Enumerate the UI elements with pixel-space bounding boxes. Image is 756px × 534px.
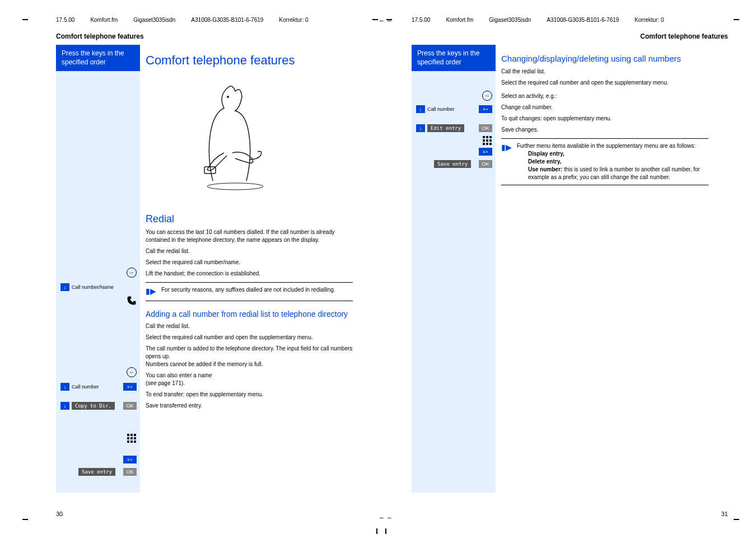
menu-icon: ≡+ [123, 383, 137, 391]
meta-product: Gigaset3035isdn [133, 17, 175, 23]
changing-note: ▮▶ Further menu items available in the s… [501, 138, 708, 185]
svg-rect-18 [483, 143, 485, 145]
svg-rect-5 [134, 437, 136, 439]
call-number-label: Call number [72, 384, 99, 390]
svg-rect-17 [489, 139, 492, 142]
header-meta-right: 17.5.00 Komfort.fm Gigaset3035isdn A3100… [412, 17, 664, 23]
section-title-right: Comfort telephone features [640, 32, 728, 40]
changing-heading: Changing/displaying/deleting using call … [501, 53, 708, 64]
save-entry-label: Save entry [434, 160, 471, 168]
changing-step6: Save changes. [501, 126, 708, 134]
svg-rect-19 [486, 143, 488, 145]
left-page: 17.5.00 Komfort.fm Gigaset3035isdn A3100… [0, 0, 378, 534]
menu-icon: ≡+ [479, 105, 492, 113]
svg-rect-3 [127, 437, 129, 439]
redial-icon: ↔ [127, 367, 137, 377]
down-arrow-icon: ↓ [60, 402, 69, 410]
handset-icon [127, 296, 137, 306]
redial-intro: You can access the last 10 call numbers … [146, 228, 353, 244]
changing-step3: Select an activity, e.g.: [501, 92, 708, 100]
section-title-left: Comfort telephone features [56, 32, 144, 40]
meta-code: A31008-G3035-B101-6-7619 [191, 17, 263, 23]
svg-rect-6 [127, 441, 129, 443]
svg-rect-20 [489, 143, 492, 145]
down-arrow-icon: ↓ [416, 124, 425, 132]
adding-step1: Call the redial list. [146, 322, 353, 330]
ok-icon: OK [479, 124, 492, 132]
note-use-bold: Use number: [528, 166, 562, 172]
redial-note-text: For security reasons, any suffixes diall… [161, 286, 335, 294]
svg-rect-8 [134, 441, 136, 443]
svg-rect-4 [130, 437, 133, 439]
page-title: Comfort telephone features [146, 53, 353, 68]
redial-step2: Select the required call number/name. [146, 259, 353, 266]
svg-rect-13 [486, 136, 488, 138]
changing-step1: Call the redial list. [501, 68, 708, 76]
meta-correction: Korrektur: 0 [634, 17, 664, 23]
changing-step4: Change call number. [501, 104, 708, 111]
call-number-label: Call number [427, 106, 455, 112]
right-left-column: Press the keys in the specified order ↔ … [412, 45, 496, 493]
meta-code: A31008-G3035-B101-6-7619 [547, 17, 619, 23]
press-keys-box: Press the keys in the specified order [412, 45, 496, 71]
adding-step2: Select the required call number and open… [146, 334, 353, 341]
svg-rect-0 [127, 434, 129, 436]
down-arrow-icon: ↓ [60, 383, 69, 391]
note-delete: Delete entry, [528, 158, 561, 165]
meta-date: 17.5.00 [412, 17, 430, 23]
svg-point-9 [207, 183, 263, 190]
svg-rect-1 [130, 434, 133, 436]
down-arrow-icon: ↓ [60, 283, 69, 291]
content-left: Comfort telephone features Redial You ca… [146, 53, 353, 413]
note-display: Display entry, [528, 151, 564, 157]
meta-date: 17.5.00 [56, 17, 74, 23]
ok-icon: OK [479, 160, 492, 168]
svg-rect-12 [483, 136, 485, 138]
edit-entry-label: Edit entry [427, 124, 464, 132]
keypad-icon [482, 135, 492, 146]
content-right: Changing/displaying/deleting using call … [501, 53, 708, 190]
redial-step1: Call the redial list. [146, 247, 353, 255]
ok-icon: OK [123, 468, 137, 476]
note-icon: ▮▶ [146, 286, 157, 297]
changing-note-body: Further menu items available in the supp… [517, 142, 708, 181]
adding-step4: You can also enter a name (see page 171)… [146, 372, 353, 387]
save-entry-label: Save entry [78, 468, 115, 476]
copy-to-dir-label: Copy to Dir. [72, 402, 115, 410]
svg-rect-2 [134, 434, 136, 436]
meta-file: Komfort.fm [446, 17, 473, 23]
changing-step2: Select the required call number and open… [501, 79, 708, 87]
page-num-right: 31 [721, 510, 728, 517]
ok-icon: OK [123, 402, 137, 410]
svg-rect-7 [130, 441, 133, 443]
press-keys-box: Press the keys in the specified order [56, 45, 140, 71]
adding-step5: To end transfer: open the supplementary … [146, 391, 353, 399]
call-number-name-label: Call number/Name [72, 284, 114, 290]
cartoon-illustration [179, 80, 269, 192]
redial-heading: Redial [146, 213, 353, 225]
left-column: Press the keys in the specified order ↔ … [56, 45, 140, 493]
meta-product: Gigaset3035isdn [489, 17, 531, 23]
meta-file: Komfort.fm [90, 17, 118, 23]
redial-icon: ↔ [482, 91, 492, 101]
menu-icon: ≡+ [479, 148, 492, 156]
redial-note: ▮▶ For security reasons, any suffixes di… [146, 282, 353, 301]
note-intro: Further menu items available in the supp… [517, 143, 696, 149]
redial-step3: Lift the handset; the connection is esta… [146, 270, 353, 278]
svg-rect-15 [483, 139, 485, 142]
note-icon: ▮▶ [501, 142, 512, 153]
svg-rect-14 [489, 136, 492, 138]
keypad-icon [127, 433, 137, 443]
adding-step3: The call number is added to the telephon… [146, 345, 353, 368]
changing-step5: To quit changes: open supplementary menu… [501, 115, 708, 123]
menu-icon: ≡+ [123, 456, 137, 463]
right-page: 17.5.00 Komfort.fm Gigaset3035isdn A3100… [378, 0, 756, 534]
meta-correction: Korrektur: 0 [279, 17, 308, 23]
svg-rect-16 [486, 139, 488, 142]
header-meta-left: 17.5.00 Komfort.fm Gigaset3035isdn A3100… [56, 17, 309, 23]
redial-icon: ↔ [127, 268, 137, 278]
svg-point-10 [227, 96, 229, 98]
page-num-left: 30 [56, 510, 63, 517]
down-arrow-icon: ↓ [416, 105, 425, 113]
adding-step6: Save transferred entry. [146, 402, 353, 410]
